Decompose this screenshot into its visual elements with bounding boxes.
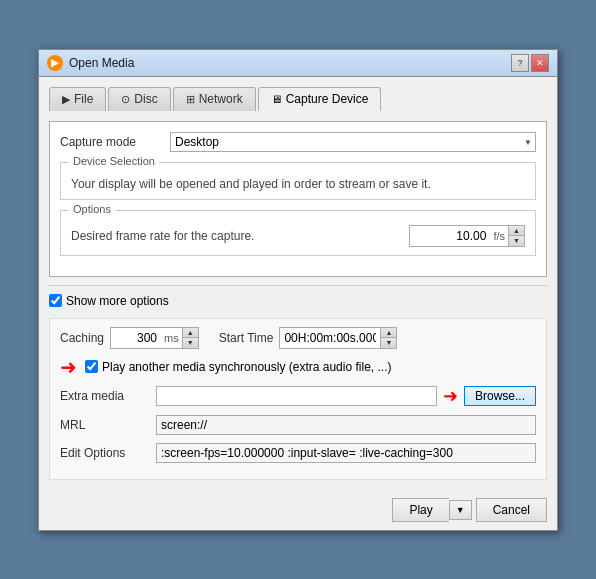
caching-spinbox-buttons: ▲ ▼ bbox=[182, 328, 198, 348]
title-bar-left: ▶ Open Media bbox=[47, 55, 134, 71]
framerate-down-button[interactable]: ▼ bbox=[508, 236, 524, 246]
device-selection-title: Device Selection bbox=[69, 155, 159, 167]
show-more-label: Show more options bbox=[66, 294, 169, 308]
capture-mode-select-wrapper: Desktop DirectShow TV - digital TV - ana… bbox=[170, 132, 536, 152]
device-selection-content: Your display will be opened and played i… bbox=[71, 171, 525, 191]
framerate-spinbox-buttons: ▲ ▼ bbox=[508, 226, 524, 246]
start-time-down-button[interactable]: ▼ bbox=[380, 338, 396, 348]
play-button-group: Play ▼ bbox=[392, 498, 471, 522]
capture-panel: Capture mode Desktop DirectShow TV - dig… bbox=[49, 121, 547, 277]
device-selection-description: Your display will be opened and played i… bbox=[71, 177, 525, 191]
caching-down-button[interactable]: ▼ bbox=[182, 338, 198, 348]
start-time-label: Start Time bbox=[219, 331, 274, 345]
start-time-spinbox: ▲ ▼ bbox=[279, 327, 397, 349]
caching-field: Caching ms ▲ ▼ bbox=[60, 327, 199, 349]
title-controls: ? ✕ bbox=[511, 54, 549, 72]
vlc-icon: ▶ bbox=[47, 55, 63, 71]
file-tab-icon: ▶ bbox=[62, 93, 70, 106]
sync-row: ➜ Play another media synchronously (extr… bbox=[60, 355, 536, 379]
options-title: Options bbox=[69, 203, 115, 215]
framerate-input[interactable] bbox=[410, 227, 490, 245]
start-time-input[interactable] bbox=[280, 329, 380, 347]
network-tab-icon: ⊞ bbox=[186, 93, 195, 106]
framerate-spinbox: f/s ▲ ▼ bbox=[409, 225, 525, 247]
capture-mode-label: Capture mode bbox=[60, 135, 170, 149]
framerate-label: Desired frame rate for the capture. bbox=[71, 229, 409, 243]
start-time-up-button[interactable]: ▲ bbox=[380, 328, 396, 338]
sync-checkbox[interactable] bbox=[85, 360, 98, 373]
window-title: Open Media bbox=[69, 56, 134, 70]
framerate-unit: f/s bbox=[490, 230, 508, 242]
capture-mode-select[interactable]: Desktop DirectShow TV - digital TV - ana… bbox=[170, 132, 536, 152]
edit-options-row: Edit Options bbox=[60, 443, 536, 463]
show-more-checkbox-label[interactable]: Show more options bbox=[49, 294, 169, 308]
sync-checkbox-label[interactable]: Play another media synchronously (extra … bbox=[85, 360, 391, 374]
mrl-input[interactable] bbox=[156, 415, 536, 435]
help-button[interactable]: ? bbox=[511, 54, 529, 72]
extra-media-input[interactable] bbox=[156, 386, 437, 406]
show-more-row: Show more options bbox=[49, 294, 547, 308]
browse-button[interactable]: Browse... bbox=[464, 386, 536, 406]
cancel-button[interactable]: Cancel bbox=[476, 498, 547, 522]
edit-options-input[interactable] bbox=[156, 443, 536, 463]
edit-options-label: Edit Options bbox=[60, 446, 150, 460]
red-arrow-icon: ➜ bbox=[60, 355, 77, 379]
extra-media-row: Extra media ➜ Browse... bbox=[60, 385, 536, 407]
disc-tab-icon: ⊙ bbox=[121, 93, 130, 106]
extra-media-label: Extra media bbox=[60, 389, 150, 403]
caching-unit: ms bbox=[161, 332, 182, 344]
device-selection-group: Device Selection Your display will be op… bbox=[60, 162, 536, 200]
start-time-spinbox-buttons: ▲ ▼ bbox=[380, 328, 396, 348]
close-button[interactable]: ✕ bbox=[531, 54, 549, 72]
tab-file[interactable]: ▶ File bbox=[49, 87, 106, 111]
play-button[interactable]: Play bbox=[392, 498, 448, 522]
capture-mode-row: Capture mode Desktop DirectShow TV - dig… bbox=[60, 132, 536, 152]
caching-up-button[interactable]: ▲ bbox=[182, 328, 198, 338]
caching-label: Caching bbox=[60, 331, 104, 345]
open-media-window: ▶ Open Media ? ✕ ▶ File ⊙ Disc ⊞ Network bbox=[38, 49, 558, 531]
caching-starttime-row: Caching ms ▲ ▼ Start Time bbox=[60, 327, 536, 349]
tab-bar: ▶ File ⊙ Disc ⊞ Network 🖥 Capture Device bbox=[49, 87, 547, 111]
main-content: ▶ File ⊙ Disc ⊞ Network 🖥 Capture Device… bbox=[39, 77, 557, 490]
framerate-row: Desired frame rate for the capture. f/s … bbox=[71, 219, 525, 247]
options-group: Options Desired frame rate for the captu… bbox=[60, 210, 536, 256]
extra-options-panel: Caching ms ▲ ▼ Start Time bbox=[49, 318, 547, 480]
caching-input[interactable] bbox=[111, 329, 161, 347]
show-more-checkbox[interactable] bbox=[49, 294, 62, 307]
play-dropdown-button[interactable]: ▼ bbox=[449, 500, 472, 520]
capture-tab-icon: 🖥 bbox=[271, 93, 282, 105]
title-bar: ▶ Open Media ? ✕ bbox=[39, 50, 557, 77]
tab-capture[interactable]: 🖥 Capture Device bbox=[258, 87, 382, 111]
bottom-bar: Play ▼ Cancel bbox=[39, 490, 557, 530]
caching-spinbox: ms ▲ ▼ bbox=[110, 327, 199, 349]
mrl-label: MRL bbox=[60, 418, 150, 432]
framerate-up-button[interactable]: ▲ bbox=[508, 226, 524, 236]
mrl-row: MRL bbox=[60, 415, 536, 435]
tab-disc[interactable]: ⊙ Disc bbox=[108, 87, 170, 111]
start-time-field: Start Time ▲ ▼ bbox=[219, 327, 398, 349]
separator bbox=[49, 285, 547, 286]
sync-label: Play another media synchronously (extra … bbox=[102, 360, 391, 374]
red-arrow-browse-icon: ➜ bbox=[443, 385, 458, 407]
tab-network[interactable]: ⊞ Network bbox=[173, 87, 256, 111]
